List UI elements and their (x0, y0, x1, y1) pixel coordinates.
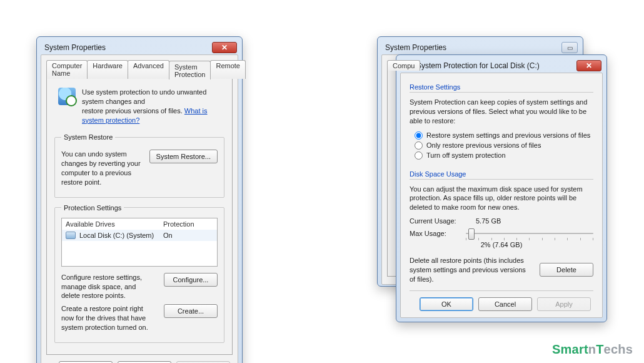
col-protection: Protection (163, 220, 213, 228)
section-restore-settings: Restore Settings (410, 83, 593, 91)
radio-label-2: Only restore previous versions of files (426, 141, 541, 149)
divider (410, 92, 593, 93)
close-icon[interactable]: ✕ (212, 42, 237, 53)
restore-settings-desc: System Protection can keep copies of sys… (410, 98, 593, 126)
tab-advanced[interactable]: Advanced (128, 60, 169, 79)
apply-button[interactable]: Apply (537, 297, 591, 311)
drive-name: Local Disk (C:) (System) (79, 232, 154, 239)
configure-desc: Configure restore settings, manage disk … (61, 273, 156, 301)
cancel-button[interactable]: Cancel (478, 297, 532, 311)
drive-icon (66, 232, 76, 239)
create-button[interactable]: Create... (164, 304, 218, 318)
minimize-icon[interactable]: ▭ (561, 42, 578, 53)
radio-turn-off-protection[interactable]: Turn off system protection (415, 151, 593, 160)
titlebar-back[interactable]: System Properties ▭ (381, 41, 579, 54)
intro-text: Use system protection to undo unwanted s… (82, 88, 222, 125)
tab-computer-name[interactable]: Computer Name (46, 60, 88, 79)
radio-label-3: Turn off system protection (426, 151, 506, 159)
tab-panel-system-protection: Use system protection to undo unwanted s… (46, 78, 233, 355)
max-usage-value: 2% (7.64 GB) (410, 241, 593, 248)
group-system-restore-legend: System Restore (61, 133, 115, 141)
system-protection-config-dialog: System Protection for Local Disk (C:) ✕ … (396, 54, 607, 322)
max-usage-label: Max Usage: (410, 230, 460, 237)
shield-restore-icon (58, 88, 76, 105)
radio-input-1[interactable] (415, 131, 423, 140)
group-protection-legend: Protection Settings (61, 204, 124, 212)
current-usage-label: Current Usage: (410, 217, 466, 225)
tab-system-protection[interactable]: System Protection (169, 61, 211, 79)
system-restore-button[interactable]: System Restore... (149, 150, 218, 163)
window-title: System Properties (44, 43, 106, 52)
tab-computer-name-bg[interactable]: Compu (387, 60, 420, 71)
disk-usage-desc: You can adjust the maximum disk space us… (410, 185, 593, 213)
radio-label-1: Restore system settings and previous ver… (426, 131, 590, 139)
window-title-back: System Properties (385, 43, 446, 52)
ok-button[interactable]: OK (420, 297, 473, 311)
current-usage-value: 5.75 GB (476, 217, 501, 225)
system-restore-desc: You can undo system changes by reverting… (61, 150, 142, 187)
radio-input-3[interactable] (415, 151, 423, 160)
drives-listbox[interactable]: Available Drives Protection Local Disk (… (61, 218, 218, 267)
max-usage-row: Max Usage: (410, 227, 593, 240)
divider (410, 179, 593, 180)
intro-line1: Use system protection to undo unwanted s… (82, 88, 206, 105)
group-system-restore: System Restore You can undo system chang… (54, 133, 224, 197)
configure-button[interactable]: Configure... (164, 273, 218, 287)
drive-protection-status: On (163, 232, 213, 239)
radio-restore-files-only[interactable]: Only restore previous versions of files (415, 141, 593, 150)
col-available-drives: Available Drives (66, 220, 163, 228)
radio-input-2[interactable] (415, 141, 423, 150)
radio-restore-system-and-files[interactable]: Restore system settings and previous ver… (415, 131, 593, 140)
group-protection-settings: Protection Settings Available Drives Pro… (54, 204, 224, 343)
brand-watermark: SmartnTechs (552, 342, 633, 357)
delete-restore-points-desc: Delete all restore points (this includes… (410, 256, 532, 284)
dialog-footer: OK Cancel Apply (46, 355, 233, 363)
system-properties-window: System Properties ✕ Computer Name Hardwa… (36, 36, 243, 363)
max-usage-slider[interactable] (466, 227, 593, 240)
section-disk-space: Disk Space Usage (410, 170, 593, 178)
intro-line2: restore previous versions of files. (82, 107, 184, 115)
tab-remote[interactable]: Remote (210, 60, 246, 79)
close-icon[interactable]: ✕ (576, 60, 601, 71)
delete-button[interactable]: Delete (540, 263, 593, 277)
tab-hardware[interactable]: Hardware (87, 60, 128, 79)
drive-row-c[interactable]: Local Disk (C:) (System) On (62, 230, 217, 241)
create-desc: Create a restore point right now for the… (61, 304, 156, 332)
titlebar[interactable]: System Properties ✕ (41, 41, 238, 54)
tab-strip: Computer Name Hardware Advanced System P… (46, 60, 233, 79)
